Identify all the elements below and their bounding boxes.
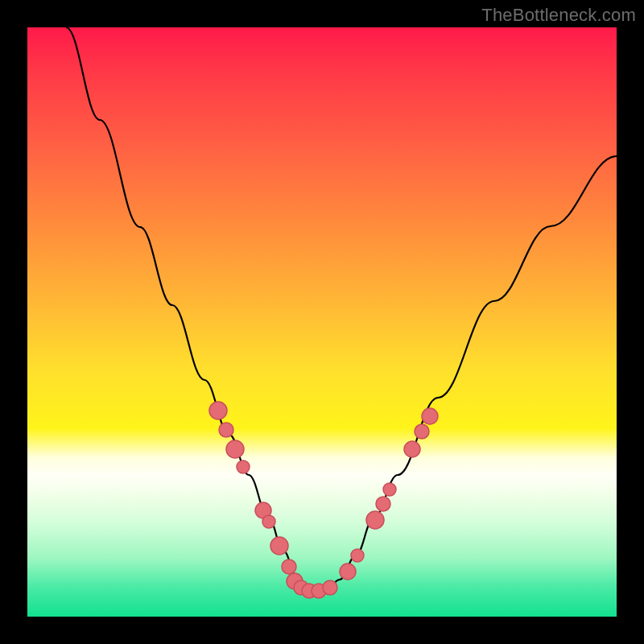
chart-frame: TheBottleneck.com bbox=[0, 0, 644, 644]
marker-dot bbox=[219, 423, 233, 437]
marker-dot bbox=[404, 441, 420, 457]
marker-dot bbox=[270, 537, 288, 555]
marker-dot bbox=[366, 511, 384, 529]
marker-dot bbox=[226, 440, 244, 458]
marker-dot bbox=[209, 402, 227, 419]
marker-dot bbox=[340, 564, 356, 580]
marker-group bbox=[209, 402, 438, 598]
marker-dot bbox=[282, 559, 296, 574]
marker-dot bbox=[323, 580, 337, 595]
marker-dot bbox=[262, 515, 275, 528]
marker-dot bbox=[422, 408, 438, 424]
marker-dot bbox=[237, 460, 250, 473]
plot-area bbox=[27, 27, 617, 617]
bottleneck-chart bbox=[27, 27, 617, 617]
watermark-text: TheBottleneck.com bbox=[481, 5, 636, 26]
marker-dot bbox=[383, 483, 396, 496]
marker-dot bbox=[351, 549, 364, 562]
bottleneck-curve bbox=[66, 27, 617, 591]
marker-dot bbox=[376, 497, 390, 511]
marker-dot bbox=[415, 424, 429, 439]
